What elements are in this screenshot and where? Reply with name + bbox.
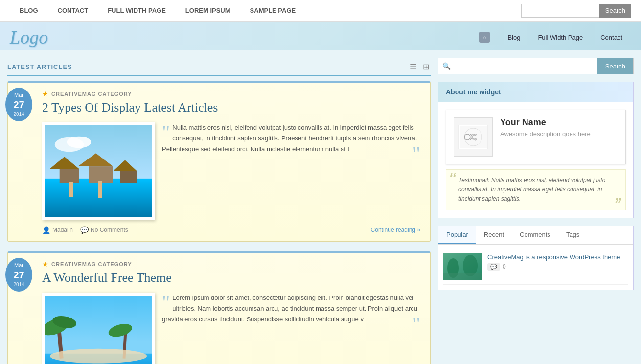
article-card-1: Mar 27 2014 ★ CREATIVEMAG CATEGORY 2 Typ… (7, 81, 431, 242)
content-area: LATEST ARTICLES ☰ ⊞ Mar 27 2014 ★ CREATI… (7, 58, 431, 364)
tab-popular[interactable]: Popular (438, 226, 476, 244)
top-navigation: BLOG CONTACT FULL WIDTH PAGE LOREM IPSUM… (0, 0, 641, 22)
continue-reading-1[interactable]: Continue reading » (371, 227, 420, 233)
article-image-2 (42, 293, 155, 364)
about-testimonial: Testimonail: Nulla mattis eros nisl, ele… (446, 169, 626, 210)
about-card: code inwp Your Name Awesome description … (446, 110, 626, 164)
category-label: CREATIVEMAG CATEGORY (51, 91, 132, 97)
svg-rect-8 (120, 171, 137, 183)
sidebar-search-form: 🔍 Search (438, 58, 634, 74)
category-label-2: CREATIVEMAG CATEGORY (51, 261, 132, 267)
nav-sample[interactable]: SAMPLE PAGE (240, 0, 306, 22)
article-body-2: " Lorem ipsum dolor sit amet, consectetu… (42, 293, 420, 364)
comment-bubble: 💬 (487, 263, 500, 271)
svg-point-3 (67, 136, 92, 148)
popular-comments-1: 💬 0 (487, 263, 620, 271)
top-search-form: Search (521, 4, 631, 18)
nav-lorem[interactable]: LOREM IPSUM (176, 0, 240, 22)
article-author-1: 👤 Madalin (42, 226, 73, 234)
list-view-icon[interactable]: ☰ (408, 62, 418, 71)
section-title: LATEST ARTICLES (7, 63, 408, 70)
svg-rect-11 (98, 181, 102, 198)
popular-thumb-1 (443, 253, 482, 280)
quote-close-icon-2: " (412, 314, 420, 334)
svg-point-19 (50, 349, 147, 364)
site-header: Logo ⌂ Blog Full Width Page Contact (0, 22, 641, 50)
comments-icon: 💬 (80, 226, 89, 234)
about-description: Awesome description goes here (500, 130, 591, 137)
category-star-icon: ★ (42, 90, 48, 98)
secondary-navigation: ⌂ Blog Full Width Page Contact (470, 28, 631, 46)
article-category-1: ★ CREATIVEMAG CATEGORY (42, 90, 420, 98)
popular-title-1[interactable]: CreativeMag is a responsive WordPress th… (487, 253, 620, 261)
about-avatar: code inwp (454, 117, 493, 157)
grid-view-icon[interactable]: ⊞ (421, 62, 431, 71)
article-title-1[interactable]: 2 Types Of Display Latest Articles (42, 100, 420, 115)
article-comments-1: 💬 No Comments (80, 226, 128, 234)
article-card-2: Mar 27 2014 ★ CREATIVEMAG CATEGORY A Won… (7, 251, 431, 364)
article-date-1: Mar 27 2014 (5, 88, 32, 121)
tab-comments[interactable]: Comments (512, 226, 558, 244)
article-title-2[interactable]: A Wonderful Free Theme (42, 271, 420, 285)
tabs-widget: Popular Recent Comments Tags (438, 226, 634, 290)
home-icon: ⌂ (479, 32, 490, 43)
quote-open-icon-2: " (162, 293, 170, 312)
about-info: Your Name Awesome description goes here (500, 117, 591, 157)
svg-rect-10 (69, 182, 73, 197)
tabs-header: Popular Recent Comments Tags (438, 226, 633, 245)
nav-contact[interactable]: CONTACT (48, 0, 98, 22)
svg-rect-32 (443, 273, 482, 280)
top-search-button[interactable]: Search (599, 4, 631, 18)
article-image-placeholder-2 (45, 296, 152, 364)
article-category-2: ★ CREATIVEMAG CATEGORY (42, 260, 420, 268)
sidebar-search-input[interactable] (455, 58, 597, 74)
popular-item-1: CreativeMag is a responsive WordPress th… (443, 250, 628, 285)
about-widget-title: About me widget (438, 82, 633, 102)
author-icon: 👤 (42, 226, 50, 234)
view-icons: ☰ ⊞ (408, 62, 431, 71)
category-star-icon-2: ★ (42, 260, 48, 268)
author-name: Madalin (52, 227, 73, 233)
top-search-input[interactable] (521, 4, 599, 18)
comments-count: No Comments (91, 227, 128, 233)
article-image-1 (42, 122, 155, 220)
secondary-nav-home[interactable]: ⌂ (470, 28, 499, 46)
secondary-nav-fullwidth[interactable]: Full Width Page (529, 30, 592, 45)
article-image-placeholder-1 (45, 125, 152, 217)
article-excerpt-1: " Nulla mattis eros nisl, eleifend volut… (162, 122, 420, 220)
nav-blog[interactable]: BLOG (10, 0, 48, 22)
article-date-2: Mar 27 2014 (5, 258, 32, 292)
tab-recent[interactable]: Recent (476, 226, 512, 244)
popular-info-1: CreativeMag is a responsive WordPress th… (487, 253, 620, 271)
nav-fullwidth[interactable]: FULL WIDTH PAGE (98, 0, 176, 22)
article-footer-1: 👤 Madalin 💬 No Comments Continue reading… (42, 226, 420, 234)
sidebar: 🔍 Search About me widget code inwp (438, 58, 634, 364)
about-widget: About me widget code inwp (438, 82, 634, 218)
sidebar-search-icon: 🔍 (438, 58, 455, 74)
svg-rect-4 (60, 169, 79, 183)
svg-rect-6 (89, 166, 113, 183)
site-logo: Logo (10, 26, 48, 48)
comment-count: 0 (503, 263, 506, 270)
about-name: Your Name (500, 117, 591, 128)
secondary-nav-blog[interactable]: Blog (499, 30, 529, 45)
quote-close-icon: " (412, 144, 420, 163)
quote-open-icon: " (162, 122, 170, 142)
section-header: LATEST ARTICLES ☰ ⊞ (7, 58, 431, 76)
tab-tags[interactable]: Tags (558, 226, 587, 244)
secondary-nav-contact[interactable]: Contact (592, 30, 631, 45)
article-excerpt-2: " Lorem ipsum dolor sit amet, consectetu… (162, 293, 420, 364)
sidebar-search-button[interactable]: Search (597, 58, 633, 74)
tabs-content: CreativeMag is a responsive WordPress th… (438, 245, 633, 290)
main-layout: LATEST ARTICLES ☰ ⊞ Mar 27 2014 ★ CREATI… (0, 50, 641, 364)
article-body-1: " Nulla mattis eros nisl, eleifend volut… (42, 122, 420, 220)
codeinwp-logo: code inwp (458, 125, 488, 149)
about-widget-content: code inwp Your Name Awesome description … (438, 102, 633, 218)
